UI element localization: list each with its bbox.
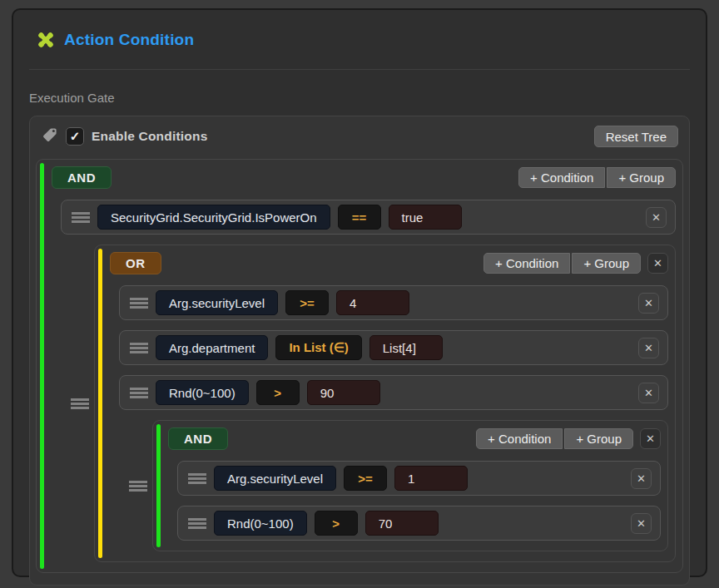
tag-icon — [42, 126, 58, 146]
page-title: Action Condition — [64, 31, 194, 49]
group-accent-bar — [40, 163, 44, 569]
condition-row: Arg.securityLevel >= 4 ✕ — [119, 285, 668, 320]
condition-left-field[interactable]: Rnd(0~100) — [214, 511, 307, 536]
enable-conditions-checkbox[interactable]: ✓ — [66, 127, 84, 146]
remove-condition-button[interactable]: ✕ — [631, 513, 652, 534]
group-children: Arg.securityLevel >= 4 ✕ Arg.department … — [119, 285, 668, 551]
condition-value-field[interactable]: 1 — [394, 466, 468, 491]
execution-gate-box: ✓ Enable Conditions Reset Tree AND + Con… — [29, 116, 690, 586]
condition-value-field[interactable]: 90 — [307, 380, 380, 405]
panel-header: Action Condition — [36, 30, 690, 50]
add-group-button[interactable]: + Group — [607, 167, 676, 188]
group-accent-bar — [98, 249, 102, 558]
remove-group-button[interactable]: ✕ — [647, 253, 668, 274]
puzzle-icon — [36, 30, 56, 50]
operator-button[interactable]: > — [256, 380, 300, 405]
drag-handle-icon[interactable] — [188, 518, 206, 529]
enable-conditions-label: Enable Conditions — [92, 129, 207, 144]
condition-left-field[interactable]: Arg.securityLevel — [156, 290, 278, 315]
reset-tree-button[interactable]: Reset Tree — [594, 126, 678, 147]
header-divider — [29, 69, 690, 70]
remove-condition-button[interactable]: ✕ — [631, 468, 652, 489]
condition-group-root: AND + Condition + Group SecurityGrid.Sec… — [36, 159, 683, 573]
add-group-button[interactable]: + Group — [564, 428, 633, 449]
group-add-buttons: + Condition + Group — [518, 167, 676, 188]
drag-handle-icon[interactable] — [130, 298, 148, 309]
remove-group-button[interactable]: ✕ — [640, 428, 661, 449]
logic-badge-and[interactable]: AND — [52, 166, 112, 189]
condition-value-field[interactable]: List[4] — [369, 335, 443, 360]
drag-handle-icon[interactable] — [129, 481, 147, 492]
condition-group-and-nested: AND + Condition + Group ✕ — [152, 420, 668, 551]
operator-button[interactable]: > — [315, 511, 358, 536]
group-children: Arg.securityLevel >= 1 ✕ Rnd(0~100) — [177, 461, 661, 541]
condition-left-field[interactable]: Rnd(0~100) — [156, 380, 249, 405]
drag-handle-icon[interactable] — [188, 473, 206, 484]
drag-handle-icon[interactable] — [130, 388, 148, 398]
condition-value-field[interactable]: 70 — [365, 511, 439, 536]
execution-gate-label: Execution Gate — [29, 91, 690, 105]
operator-button[interactable]: >= — [344, 466, 387, 491]
operator-button[interactable]: In List (∈) — [275, 335, 361, 360]
add-condition-button[interactable]: + Condition — [476, 428, 563, 449]
condition-value-field[interactable]: 4 — [336, 290, 409, 315]
condition-left-field[interactable]: SecurityGrid.SecurityGrid.IsPowerOn — [97, 205, 330, 230]
group-children: SecurityGrid.SecurityGrid.IsPowerOn == t… — [61, 200, 676, 562]
group-accent-bar — [156, 424, 161, 547]
group-add-buttons: + Condition + Group — [483, 253, 641, 274]
add-condition-button[interactable]: + Condition — [483, 253, 570, 274]
condition-row: Arg.department In List (∈) List[4] ✕ — [119, 330, 668, 365]
gate-header-row: ✓ Enable Conditions Reset Tree — [36, 121, 683, 152]
group-header: AND + Condition + Group ✕ — [168, 427, 661, 450]
condition-left-field[interactable]: Arg.securityLevel — [214, 466, 336, 491]
condition-row: Rnd(0~100) > 90 ✕ — [119, 375, 668, 410]
group-row: AND + Condition + Group ✕ — [119, 420, 668, 551]
remove-condition-button[interactable]: ✕ — [638, 338, 659, 358]
condition-row: Rnd(0~100) > 70 ✕ — [177, 506, 661, 541]
condition-group-or: OR + Condition + Group ✕ Arg.securityLev… — [94, 245, 676, 562]
condition-row: SecurityGrid.SecurityGrid.IsPowerOn == t… — [61, 200, 676, 235]
operator-button[interactable]: >= — [285, 290, 329, 315]
logic-badge-and[interactable]: AND — [168, 427, 228, 450]
drag-handle-icon[interactable] — [72, 212, 90, 223]
group-header: AND + Condition + Group — [52, 166, 676, 189]
condition-row: Arg.securityLevel >= 1 ✕ — [177, 461, 661, 496]
add-condition-button[interactable]: + Condition — [518, 167, 605, 188]
group-header: OR + Condition + Group ✕ — [110, 252, 668, 274]
logic-badge-or[interactable]: OR — [110, 252, 161, 274]
group-add-buttons: + Condition + Group — [476, 428, 633, 449]
remove-condition-button[interactable]: ✕ — [646, 207, 667, 228]
remove-condition-button[interactable]: ✕ — [638, 383, 659, 403]
action-condition-panel: Action Condition Execution Gate ✓ Enable… — [12, 8, 707, 577]
group-row: OR + Condition + Group ✕ Arg.securityLev… — [61, 245, 676, 562]
add-group-button[interactable]: + Group — [572, 253, 641, 274]
operator-button[interactable]: == — [338, 205, 381, 230]
condition-left-field[interactable]: Arg.department — [156, 335, 268, 360]
drag-handle-icon[interactable] — [71, 398, 89, 409]
condition-value-field[interactable]: true — [389, 205, 462, 230]
drag-handle-icon[interactable] — [130, 343, 148, 353]
remove-condition-button[interactable]: ✕ — [638, 293, 659, 314]
check-icon: ✓ — [70, 129, 81, 144]
